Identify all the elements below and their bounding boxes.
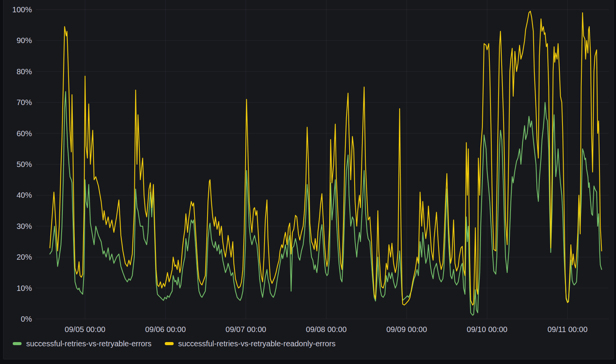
grid-lines bbox=[36, 0, 609, 319]
y-tick-label: 10% bbox=[17, 284, 32, 292]
x-tick-label: 09/06 00:00 bbox=[145, 325, 186, 334]
series-line-green bbox=[50, 92, 602, 315]
page: { "colors": { "page_background": "#0d0e1… bbox=[0, 0, 616, 364]
y-axis-labels: 0%10%20%30%40%50%60%70%80%90%100% bbox=[12, 5, 32, 323]
x-tick-label: 09/10 00:00 bbox=[467, 325, 507, 334]
x-tick-label: 09/07 00:00 bbox=[226, 325, 266, 334]
y-tick-label: 30% bbox=[17, 222, 32, 230]
x-tick-label: 09/09 00:00 bbox=[386, 325, 427, 334]
grafana-panel: 0%10%20%30%40%50%60%70%80%90%100%09/05 0… bbox=[3, 0, 614, 359]
y-tick-label: 70% bbox=[17, 98, 32, 107]
y-tick-label: 60% bbox=[17, 129, 32, 138]
y-tick-label: 0% bbox=[21, 315, 32, 323]
y-tick-label: 20% bbox=[17, 253, 32, 261]
x-tick-label: 09/11 00:00 bbox=[547, 325, 588, 334]
x-axis-labels: 09/05 00:0009/06 00:0009/07 00:0009/08 0… bbox=[65, 325, 588, 334]
series-line-yellow bbox=[50, 11, 602, 305]
timeseries-chart[interactable]: 0%10%20%30%40%50%60%70%80%90%100%09/05 0… bbox=[3, 0, 614, 359]
legend-item-retryable-errors[interactable]: successful-retries-vs-retryable-errors bbox=[13, 339, 152, 348]
x-tick-label: 09/05 00:00 bbox=[65, 325, 105, 334]
y-tick-label: 80% bbox=[17, 67, 32, 76]
legend: successful-retries-vs-retryable-errors s… bbox=[13, 337, 336, 350]
legend-item-retryable-readonly-errors[interactable]: successful-retries-vs-retryable-readonly… bbox=[165, 339, 336, 348]
series-color-pill-green bbox=[13, 342, 22, 345]
series-color-pill-yellow bbox=[165, 342, 174, 345]
y-tick-label: 50% bbox=[17, 160, 32, 169]
legend-label[interactable]: successful-retries-vs-retryable-readonly… bbox=[178, 339, 336, 348]
y-tick-label: 90% bbox=[17, 36, 32, 45]
y-tick-label: 40% bbox=[17, 191, 32, 199]
x-tick-label: 09/08 00:00 bbox=[306, 325, 347, 334]
y-tick-label: 100% bbox=[12, 5, 32, 14]
legend-label[interactable]: successful-retries-vs-retryable-errors bbox=[26, 339, 152, 348]
